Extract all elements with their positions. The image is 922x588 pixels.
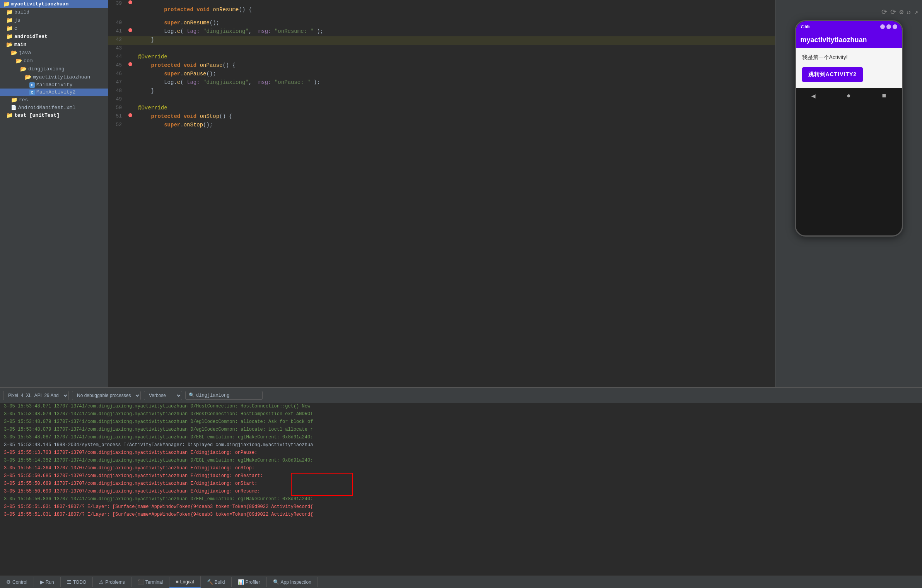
- tab-problems[interactable]: ⚠ Problems: [93, 577, 131, 587]
- tab-build-label: Build: [215, 579, 225, 585]
- folder-icon: 📁: [3, 1, 10, 7]
- tab-build[interactable]: 🔨 Build: [201, 577, 232, 587]
- toolbar-icon[interactable]: ↺: [907, 8, 911, 16]
- code-line-49: 49: [108, 96, 775, 104]
- tab-app-inspection[interactable]: 🔍 App Inspection: [267, 577, 318, 587]
- breakpoint[interactable]: [126, 0, 135, 4]
- sidebar-item-dingjiaxiong[interactable]: 📂 dingjiaxiong: [0, 65, 108, 73]
- log-lines-container: 3-05 15:53:48.071 13707-13741/com.dingji…: [0, 403, 922, 519]
- folder-icon: 📂: [20, 66, 27, 72]
- device-app-title: myactivitytiaozhuan: [801, 36, 897, 44]
- code-line-52: 52 super.onStop();: [108, 121, 775, 130]
- sidebar-item-test[interactable]: 📁 test [unitTest]: [0, 111, 108, 119]
- back-icon[interactable]: ◀: [811, 92, 816, 100]
- line-number: 52: [108, 122, 126, 128]
- sidebar-item-manifest[interactable]: 📄 AndroidManifest.xml: [0, 104, 108, 111]
- breakpoint[interactable]: [126, 62, 135, 66]
- log-line: 3-05 15:53:48.079 13707-13741/com.dingji…: [0, 411, 922, 419]
- line-number: 50: [108, 105, 126, 111]
- bottom-panel: Pixel_4_XL_API_29 And No debuggable proc…: [0, 387, 922, 588]
- code-editor: 39 protected void onResume() { 40 super.…: [108, 0, 775, 387]
- sidebar-item-label: c: [14, 26, 17, 31]
- sidebar-item-js[interactable]: 📁 js: [0, 16, 108, 24]
- code-line-51: 51 protected void onStop() {: [108, 113, 775, 121]
- line-number: 43: [108, 45, 126, 51]
- breakpoint-dot: [128, 62, 132, 66]
- sidebar-item-build[interactable]: 📁 build: [0, 8, 108, 16]
- toolbar-icon[interactable]: ↗: [914, 8, 918, 16]
- class-icon: C: [29, 82, 35, 88]
- search-text: dingjiaxiong: [196, 393, 229, 398]
- sidebar-item-mainactivity2[interactable]: C MainActivity2: [0, 89, 108, 96]
- code-line-40: 40 super.onResume();: [108, 19, 775, 28]
- signal-icon: [880, 24, 885, 29]
- breakpoint-dot: [128, 0, 132, 4]
- sidebar-item-myactivity[interactable]: 📂 myactivitytiaozhuan: [0, 73, 108, 81]
- sidebar-item-mainactivity[interactable]: C MainActivity: [0, 81, 108, 89]
- code-content: super.onStop();: [135, 122, 775, 128]
- code-content: }: [135, 88, 775, 94]
- sidebar-item-androidtest[interactable]: 📁 androidTest: [0, 32, 108, 41]
- sidebar-item-label: res: [19, 97, 28, 103]
- control-icon: ⚙: [6, 579, 11, 585]
- folder-icon: 📁: [6, 112, 13, 119]
- code-line-45: 45 protected void onPause() {: [108, 62, 775, 70]
- tab-todo[interactable]: ☰ TODO: [61, 577, 93, 587]
- sidebar-item-main[interactable]: 📂 main: [0, 41, 108, 49]
- logcat-search-box[interactable]: 🔍 dingjiaxiong: [185, 391, 263, 400]
- code-line-50: 50 @Override: [108, 104, 775, 113]
- tab-control-label: Control: [12, 579, 27, 585]
- log-text: 3-05 15:53:48.145 1998-2034/system_proce…: [4, 442, 313, 448]
- home-icon[interactable]: ●: [847, 92, 851, 100]
- toolbar-icon[interactable]: ⟳: [890, 8, 896, 16]
- sidebar-item-res[interactable]: 📁 res: [0, 96, 108, 104]
- code-content: @Override: [135, 105, 775, 111]
- tab-problems-label: Problems: [105, 579, 125, 585]
- line-number: 45: [108, 62, 126, 68]
- search-icon: 🔍: [189, 392, 195, 398]
- log-text: 3-05 15:53:48.079 13707-13741/com.dingji…: [4, 411, 313, 417]
- recents-icon[interactable]: ■: [882, 92, 886, 100]
- log-line: 3-05 15:53:48.079 13707-13741/com.dingji…: [0, 419, 922, 426]
- log-text: 3-05 15:55:50.836 13707-13741/com.dingji…: [4, 496, 313, 502]
- line-number: 44: [108, 54, 126, 60]
- line-number: 39: [108, 0, 126, 6]
- log-text: 3-05 15:55:50.685 13707-13707/com.dingji…: [4, 473, 263, 479]
- tab-terminal[interactable]: ⬛ Terminal: [131, 577, 169, 587]
- line-number: 49: [108, 96, 126, 102]
- breakpoint-dot: [128, 28, 132, 32]
- breakpoint[interactable]: [126, 28, 135, 32]
- logcat-icon: ≡: [176, 579, 179, 585]
- code-line-46: 46 super.onPause();: [108, 70, 775, 79]
- device-content: 我是第一个Activity! 跳转到ACTIVITY2: [796, 48, 902, 88]
- code-content: protected void onStop() {: [135, 113, 775, 119]
- code-content: Log.e( tag: "dingjiaxiong", msg: "onPaus…: [135, 79, 775, 85]
- device-selector[interactable]: Pixel_4_XL_API_29 And: [3, 391, 69, 400]
- wifi-icon: [886, 24, 891, 29]
- tab-logcat[interactable]: ≡ Logcat: [169, 576, 201, 588]
- sidebar-item-root[interactable]: 📁 myactivitytiaozhuan: [0, 0, 108, 8]
- code-line-47: 47 Log.e( tag: "dingjiaxiong", msg: "onP…: [108, 79, 775, 87]
- tab-control[interactable]: ⚙ Control: [0, 577, 34, 587]
- folder-icon: 📂: [15, 58, 22, 64]
- code-content: protected void onResume() {: [135, 0, 775, 19]
- log-level-selector[interactable]: Verbose: [144, 391, 182, 400]
- device-action-button[interactable]: 跳转到ACTIVITY2: [802, 67, 863, 82]
- sidebar-item-label: myactivitytiaozhuan: [11, 1, 68, 7]
- line-number: 48: [108, 88, 126, 94]
- log-line: 3-05 15:55:51.031 1807-1807/? E/Layer: […: [0, 511, 922, 519]
- sidebar-item-java[interactable]: 📂 java: [0, 49, 108, 57]
- toolbar-icon[interactable]: ⟳: [881, 8, 887, 16]
- line-number: 40: [108, 20, 126, 26]
- logcat-toolbar: Pixel_4_XL_API_29 And No debuggable proc…: [0, 388, 922, 403]
- toolbar-icon[interactable]: ⚙: [899, 8, 903, 16]
- tab-run[interactable]: ▶ Run: [34, 577, 61, 587]
- class-icon: C: [29, 90, 35, 95]
- tab-profiler[interactable]: 📊 Profiler: [232, 577, 267, 587]
- breakpoint[interactable]: [126, 113, 135, 117]
- sidebar-item-c[interactable]: 📁 c: [0, 24, 108, 32]
- process-selector[interactable]: No debuggable processes: [72, 391, 141, 400]
- run-icon: ▶: [40, 579, 44, 585]
- sidebar-item-com[interactable]: 📂 com: [0, 57, 108, 65]
- tab-logcat-label: Logcat: [180, 579, 194, 585]
